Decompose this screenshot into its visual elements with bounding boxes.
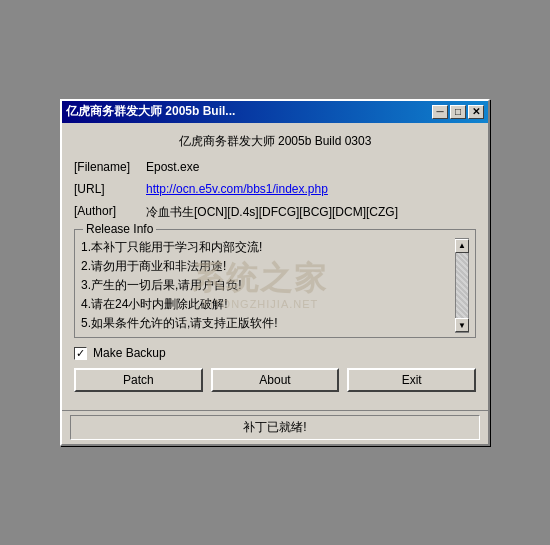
window-title: 亿虎商务群发大师 2005b Buil... bbox=[66, 103, 432, 120]
scrollbar[interactable]: ▲ ▼ bbox=[455, 238, 469, 334]
url-label: [URL] bbox=[74, 182, 146, 196]
maximize-button[interactable]: □ bbox=[450, 105, 466, 119]
url-row: [URL] http://ocn.e5v.com/bbs1/index.php bbox=[74, 182, 476, 196]
close-button[interactable]: ✕ bbox=[468, 105, 484, 119]
release-legend: Release Info bbox=[83, 222, 156, 236]
action-buttons-row: Patch About Exit bbox=[74, 368, 476, 392]
title-bar: 亿虎商务群发大师 2005b Buil... ─ □ ✕ bbox=[62, 101, 488, 123]
url-value[interactable]: http://ocn.e5v.com/bbs1/index.php bbox=[146, 182, 328, 196]
backup-checkbox-row: Make Backup bbox=[74, 346, 476, 360]
filename-value: Epost.exe bbox=[146, 160, 199, 174]
release-text: 1.本补丁只能用于学习和内部交流!2.请勿用于商业和非法用途!3.产生的一切后果… bbox=[81, 238, 453, 334]
scroll-down-button[interactable]: ▼ bbox=[455, 318, 469, 332]
author-row: [Author] 冷血书生[OCN][D.4s][DFCG][BCG][DCM]… bbox=[74, 204, 476, 221]
minimize-button[interactable]: ─ bbox=[432, 105, 448, 119]
release-line: 4.请在24小时内删除此破解! bbox=[81, 295, 453, 314]
scroll-up-button[interactable]: ▲ bbox=[455, 239, 469, 253]
author-label: [Author] bbox=[74, 204, 146, 218]
make-backup-checkbox[interactable] bbox=[74, 347, 87, 360]
status-bar: 补丁已就绪! bbox=[62, 410, 488, 444]
release-line: 2.请勿用于商业和非法用途! bbox=[81, 257, 453, 276]
release-content-wrapper: 1.本补丁只能用于学习和内部交流!2.请勿用于商业和非法用途!3.产生的一切后果… bbox=[81, 238, 469, 334]
patch-button[interactable]: Patch bbox=[74, 368, 203, 392]
release-info-group: Release Info 1.本补丁只能用于学习和内部交流!2.请勿用于商业和非… bbox=[74, 229, 476, 339]
release-line: 5.如果条件允许的话,请支持正版软件! bbox=[81, 314, 453, 333]
scroll-track bbox=[456, 253, 468, 319]
content-area: 亿虎商务群发大师 2005b Build 0303 [Filename] Epo… bbox=[62, 123, 488, 411]
title-bar-buttons: ─ □ ✕ bbox=[432, 105, 484, 119]
filename-row: [Filename] Epost.exe bbox=[74, 160, 476, 174]
exit-button[interactable]: Exit bbox=[347, 368, 476, 392]
release-text-area: 1.本补丁只能用于学习和内部交流!2.请勿用于商业和非法用途!3.产生的一切后果… bbox=[81, 238, 453, 334]
about-button[interactable]: About bbox=[211, 368, 340, 392]
author-value: 冷血书生[OCN][D.4s][DFCG][BCG][DCM][CZG] bbox=[146, 204, 398, 221]
app-title: 亿虎商务群发大师 2005b Build 0303 bbox=[74, 133, 476, 150]
status-text: 补丁已就绪! bbox=[243, 420, 306, 434]
release-line: 1.本补丁只能用于学习和内部交流! bbox=[81, 238, 453, 257]
filename-label: [Filename] bbox=[74, 160, 146, 174]
main-window: 亿虎商务群发大师 2005b Buil... ─ □ ✕ 亿虎商务群发大师 20… bbox=[60, 99, 490, 447]
status-text-panel: 补丁已就绪! bbox=[70, 415, 480, 440]
make-backup-label: Make Backup bbox=[93, 346, 166, 360]
release-line: 3.产生的一切后果,请用户自负! bbox=[81, 276, 453, 295]
